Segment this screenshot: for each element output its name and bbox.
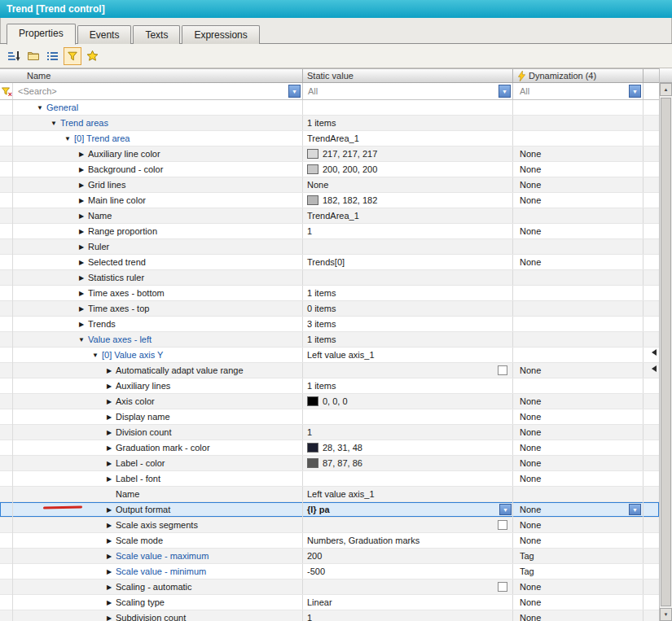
filter-icon[interactable]: [64, 47, 81, 65]
search-dropdown-button[interactable]: ▼: [288, 85, 301, 98]
expander-icon[interactable]: ▶: [105, 472, 113, 486]
property-row[interactable]: ▶Time axes - bottom1 items: [0, 286, 659, 301]
property-row[interactable]: ▶Division count1None: [0, 425, 659, 440]
property-row[interactable]: ▶Trends3 items: [0, 317, 659, 332]
property-row[interactable]: NameLeft value axis_1: [0, 487, 659, 502]
sort-order-icon[interactable]: [5, 47, 23, 65]
expander-icon[interactable]: ▼: [50, 116, 58, 130]
property-row[interactable]: ▶Output format{I} pa▼None▼: [0, 502, 659, 518]
scrollbar-thumb[interactable]: [661, 98, 671, 606]
expander-icon[interactable]: ▶: [105, 596, 113, 610]
dynamization-filter-dropdown-button[interactable]: ▼: [629, 85, 641, 98]
property-row[interactable]: ▶Grid linesNoneNone: [0, 177, 659, 193]
property-row[interactable]: ▶Ruler: [0, 239, 659, 255]
column-header-static-value[interactable]: Static value: [303, 69, 513, 82]
property-row[interactable]: ▶Scale value - maximum200Tag: [0, 549, 659, 564]
tab-texts[interactable]: Texts: [133, 25, 180, 44]
expander-icon[interactable]: ▶: [105, 410, 113, 424]
expander-icon[interactable]: ▶: [77, 209, 86, 223]
expander-icon[interactable]: ▶: [105, 611, 113, 621]
expander-icon[interactable]: ▼: [36, 101, 44, 115]
property-row[interactable]: ▶Scale axis segmentsNone: [0, 518, 659, 533]
color-swatch[interactable]: [307, 164, 318, 174]
property-row[interactable]: ▶Label - fontNone: [0, 471, 659, 487]
expander-icon[interactable]: ▶: [77, 271, 86, 285]
expander-icon[interactable]: ▶: [105, 565, 113, 579]
expander-icon[interactable]: ▶: [77, 256, 86, 269]
expander-icon[interactable]: ▶: [105, 549, 113, 563]
expander-icon[interactable]: ▶: [105, 503, 113, 517]
expander-icon[interactable]: ▶: [105, 534, 113, 548]
expander-icon[interactable]: ▶: [105, 426, 113, 440]
search-input[interactable]: <Search> ▼: [13, 83, 303, 99]
property-row[interactable]: ▶Main line color182, 182, 182None: [0, 193, 659, 208]
expander-icon[interactable]: ▶: [77, 286, 86, 300]
scrollbar-track[interactable]: [660, 96, 672, 608]
property-row[interactable]: ▶Automatically adapt value rangeNone: [0, 363, 659, 378]
color-swatch[interactable]: [307, 195, 318, 205]
property-row[interactable]: ▶Scale modeNumbers, Graduation marksNone: [0, 533, 659, 549]
property-row[interactable]: ▶Selected trendTrends[0]None: [0, 255, 659, 270]
scroll-down-button[interactable]: ▼: [660, 608, 672, 621]
expander-icon[interactable]: ▶: [105, 364, 113, 378]
row-scroll-left-marker[interactable]: [652, 349, 657, 356]
property-row[interactable]: ▼Trend areas1 items: [0, 116, 659, 131]
checkbox[interactable]: [498, 582, 507, 592]
property-row[interactable]: ▼[0] Trend areaTrendArea_1: [0, 131, 659, 147]
property-row[interactable]: ▶Auxiliary lines1 items: [0, 378, 659, 394]
color-swatch[interactable]: [307, 443, 318, 453]
expander-icon[interactable]: ▶: [105, 457, 113, 470]
property-row[interactable]: ▶Subdivision count1None: [0, 610, 659, 621]
expander-icon[interactable]: ▶: [77, 225, 86, 238]
column-header-dynamization[interactable]: Dynamization (4): [513, 69, 643, 82]
dropdown-button[interactable]: ▼: [629, 504, 641, 515]
property-row[interactable]: ▶Label - color87, 87, 86None: [0, 456, 659, 471]
expander-icon[interactable]: ▶: [105, 395, 113, 409]
property-row[interactable]: ▶Statistics ruler: [0, 270, 659, 286]
property-row[interactable]: ▶Graduation mark - color28, 31, 48None: [0, 440, 659, 456]
property-row[interactable]: ▼[0] Value axis YLeft value axis_1: [0, 348, 659, 363]
expander-icon[interactable]: ▶: [77, 317, 86, 331]
property-row[interactable]: ▶Range proportion1None: [0, 224, 659, 239]
property-row[interactable]: ▼Value axes - left1 items: [0, 332, 659, 348]
property-row[interactable]: ▼General: [0, 100, 659, 116]
expander-icon[interactable]: ▶: [77, 240, 86, 254]
dynamization-filter[interactable]: All ▼: [513, 83, 643, 99]
property-row[interactable]: ▶Background - color200, 200, 200None: [0, 162, 659, 177]
expander-icon[interactable]: ▶: [105, 379, 113, 393]
expander-icon[interactable]: ▶: [77, 147, 86, 161]
property-row[interactable]: ▶Scale value - minimum-500Tag: [0, 564, 659, 579]
color-swatch[interactable]: [307, 149, 318, 159]
expander-icon[interactable]: ▶: [105, 441, 113, 455]
scroll-up-button[interactable]: ▲: [660, 83, 672, 96]
list-view-icon[interactable]: [44, 47, 62, 65]
dropdown-button[interactable]: ▼: [499, 504, 512, 515]
static-filter-dropdown-button[interactable]: ▼: [499, 85, 511, 98]
package-icon[interactable]: [24, 47, 42, 65]
favorites-icon[interactable]: [83, 47, 101, 65]
tab-expressions[interactable]: Expressions: [182, 25, 259, 44]
expander-icon[interactable]: ▼: [77, 333, 86, 347]
expander-icon[interactable]: ▶: [77, 302, 86, 316]
checkbox[interactable]: [498, 520, 507, 530]
property-row[interactable]: ▶Time axes - top0 items: [0, 301, 659, 317]
property-row[interactable]: ▶Axis color0, 0, 0None: [0, 394, 659, 409]
column-header-name[interactable]: Name: [0, 69, 303, 82]
checkbox[interactable]: [498, 365, 507, 375]
property-row[interactable]: ▶Scaling typeLinearNone: [0, 595, 659, 610]
expander-icon[interactable]: ▶: [105, 580, 113, 594]
vertical-scrollbar[interactable]: ▲ ▼: [659, 68, 672, 621]
static-value-filter[interactable]: All ▼: [303, 83, 513, 99]
tab-properties[interactable]: Properties: [7, 24, 76, 45]
expander-icon[interactable]: ▶: [77, 194, 86, 208]
color-swatch[interactable]: [307, 396, 318, 406]
property-row[interactable]: ▶Auxiliary line color217, 217, 217None: [0, 147, 659, 162]
color-swatch[interactable]: [307, 458, 318, 468]
expander-icon[interactable]: ▼: [91, 348, 99, 362]
expander-icon[interactable]: ▶: [77, 163, 86, 177]
property-row[interactable]: ▶Display nameNone: [0, 409, 659, 425]
tab-events[interactable]: Events: [77, 25, 132, 44]
property-row[interactable]: ▶Scaling - automaticNone: [0, 579, 659, 595]
row-scroll-left-marker[interactable]: [652, 365, 657, 372]
expander-icon[interactable]: ▼: [64, 132, 72, 146]
